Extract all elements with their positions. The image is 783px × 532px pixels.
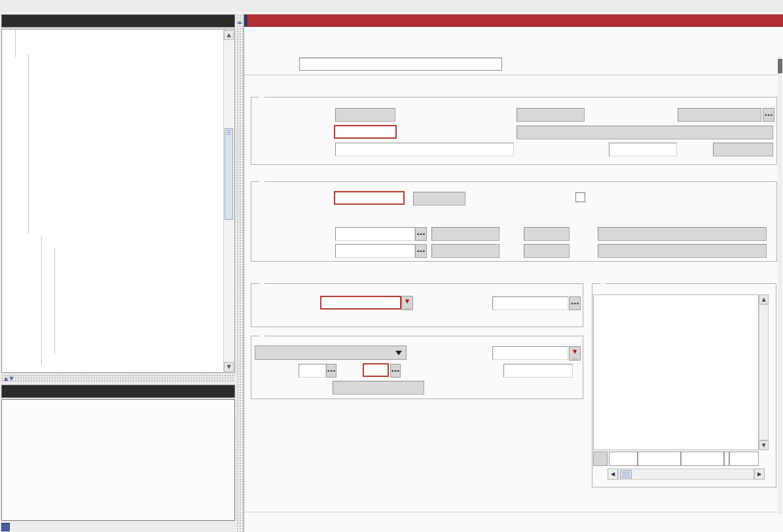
scroll-thumb[interactable]	[778, 59, 782, 73]
diff-field	[713, 143, 773, 156]
buchungsnr-field	[678, 108, 761, 122]
search-input[interactable]	[299, 58, 502, 71]
table-scroll-down-icon[interactable]: ▼	[759, 440, 769, 450]
man-steuerbetrag-field[interactable]	[503, 364, 573, 378]
soll-bezeichnung-field	[598, 227, 767, 241]
buchungstext-field	[517, 126, 773, 139]
search-row	[244, 56, 783, 73]
table-hscrollbar[interactable]	[618, 469, 754, 480]
haben-bezeichnung-field	[598, 244, 767, 258]
brutto-checkbox[interactable]	[575, 192, 585, 202]
menu-bar	[0, 0, 783, 13]
soll-waehrung-field	[524, 227, 570, 241]
table-footer-cell	[609, 452, 638, 466]
scroll-thumb[interactable]	[620, 470, 632, 478]
breadcrumb-edge	[244, 14, 247, 27]
steuerschluessel-dropdown-button[interactable]: ▼…	[569, 346, 581, 361]
haben-saldo-field	[431, 244, 500, 258]
table-footer-cell	[724, 452, 729, 466]
table-vscrollbar[interactable]	[759, 304, 769, 440]
horizontal-splitter[interactable]: ▲▼	[1, 374, 235, 383]
waehrung-field	[413, 192, 465, 205]
konto-soll-field[interactable]	[335, 227, 415, 241]
separator	[244, 512, 778, 512]
maskenbaum-header	[1, 14, 235, 27]
kostentraeger-lookup-button[interactable]: …	[569, 296, 581, 310]
konto-haben-field[interactable]	[335, 244, 415, 258]
funktionen-list	[1, 399, 235, 521]
haben-waehrung-field	[524, 244, 570, 258]
lkz-lookup-button[interactable]: …	[390, 364, 401, 378]
tree-guide	[41, 237, 42, 365]
lkz-field[interactable]	[363, 363, 389, 377]
mwst-lookup-button[interactable]: …	[326, 364, 337, 378]
table-footer-cell	[681, 452, 724, 466]
scroll-down-icon[interactable]: ▼	[224, 362, 234, 372]
tree-guide	[54, 248, 55, 354]
splitter-collapse-icons[interactable]: ▲▼	[4, 376, 14, 381]
steuerschluessel-field[interactable]	[492, 346, 568, 360]
soll-saldo-field	[431, 227, 500, 241]
datev-field	[333, 381, 424, 395]
table-scroll-up-icon[interactable]: ▲	[759, 294, 769, 304]
application-window: ▲ ▼ ▲▼ ◂▸	[0, 0, 783, 532]
main-panel: … … …	[244, 14, 783, 532]
maskenbaum-tree: ▲ ▼	[1, 29, 235, 373]
table-footer-cell	[638, 452, 681, 466]
kostentraeger-field[interactable]	[492, 296, 568, 310]
betrag-field[interactable]	[334, 191, 405, 205]
kostenstelle-dropdown-button[interactable]: ▼…	[401, 296, 413, 310]
buchungsnr-lookup-button[interactable]: …	[763, 108, 774, 122]
table-scroll-left-icon[interactable]: ◀	[608, 469, 618, 480]
tree-guide	[28, 54, 29, 234]
chevron-down-icon	[395, 351, 402, 355]
main-vscrollbar[interactable]	[778, 56, 782, 514]
splitter-collapse-icons[interactable]: ◂▸	[237, 20, 242, 26]
konto-haben-lookup-button[interactable]: …	[415, 244, 427, 258]
positions-table-body	[593, 294, 759, 450]
belegtext-field[interactable]	[335, 143, 514, 156]
buchungsperiode-field	[517, 108, 585, 122]
table-scroll-right-icon[interactable]: ▶	[754, 469, 765, 480]
window-handle[interactable]	[1, 523, 10, 531]
table-footer-cell	[729, 452, 759, 466]
steuerart-select[interactable]	[255, 346, 407, 360]
breadcrumb	[244, 14, 783, 27]
separator	[244, 75, 778, 75]
kostenstelle-field[interactable]	[320, 296, 401, 310]
funktionen-header	[1, 385, 235, 398]
table-footer-cell	[593, 452, 608, 466]
belegdatum-field[interactable]	[334, 125, 397, 139]
konto-soll-lookup-button[interactable]: …	[415, 227, 427, 241]
vertical-splitter[interactable]: ◂▸	[236, 14, 244, 532]
buchungsdatum-field	[335, 108, 395, 122]
scroll-up-icon[interactable]: ▲	[224, 30, 234, 40]
mwst-field[interactable]	[299, 364, 326, 378]
tree-guide	[15, 29, 16, 57]
belegnummer-field[interactable]	[609, 143, 677, 156]
scroll-thumb[interactable]	[225, 128, 233, 220]
tree-scrollbar[interactable]: ▲ ▼	[223, 30, 234, 372]
